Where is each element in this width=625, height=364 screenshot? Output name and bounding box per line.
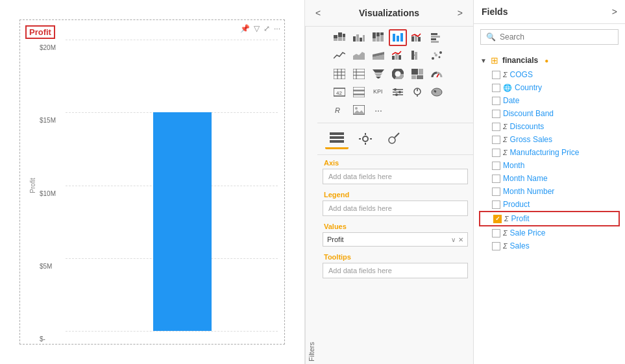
checkbox-profit[interactable]: ✓ [493,215,502,223]
svg-rect-78 [330,140,344,143]
field-name-country: Country [515,83,542,92]
gauge-icon[interactable] [428,66,446,82]
checkbox-month[interactable] [492,162,500,170]
funnel-icon[interactable] [369,66,387,82]
multirow-card-icon[interactable] [350,84,368,101]
tooltips-placeholder: Add data fields here [328,267,392,274]
field-name-cogs: COGS [510,70,533,79]
area-chart-icon[interactable] [350,47,368,64]
pin-icon[interactable]: 📌 [240,24,250,33]
checkmark-icon: ✓ [495,215,500,222]
axis-field-box[interactable]: Add data fields here [323,169,468,184]
clustered-bar-h-icon[interactable] [428,29,446,46]
table-icon[interactable] [330,66,349,82]
more-visuals-icon[interactable]: ··· [369,102,387,119]
kpi-icon[interactable]: KPI [369,84,387,101]
checkbox-sales[interactable] [492,242,500,250]
checkbox-gross-sales[interactable] [492,136,500,144]
filter-icon[interactable]: ▽ [254,24,260,33]
chevron-down-icon[interactable]: ∨ [451,236,456,243]
field-item-cogs[interactable]: Σ COGS [479,68,620,81]
clustered-bar-icon[interactable] [350,29,368,46]
viz-nav-next[interactable]: > [455,6,465,19]
legend-field-box[interactable]: Add data fields here [323,200,468,216]
tooltips-label: Tooltips [323,249,468,263]
search-input[interactable] [500,32,613,42]
field-item-manufacturing-price[interactable]: Σ Manufacturing Price [479,146,620,159]
field-item-country[interactable]: 🌐 Country [479,81,620,94]
fields-search-box[interactable]: 🔍 [480,29,619,45]
checkbox-discounts[interactable] [492,123,500,131]
checkbox-date[interactable] [492,97,500,105]
svg-rect-1 [334,38,337,41]
svg-rect-39 [334,69,345,79]
scatter-icon[interactable] [428,47,446,64]
checkbox-discount-band[interactable] [492,110,500,118]
map-icon[interactable] [408,84,426,101]
checkbox-cogs[interactable] [492,71,500,79]
image-icon[interactable] [350,102,368,119]
field-item-gross-sales[interactable]: Σ Gross Sales [479,133,620,146]
matrix-icon[interactable] [350,66,368,82]
field-item-month[interactable]: Month [479,159,620,172]
viz-format-tab[interactable] [354,128,377,149]
values-label: Values [323,219,468,232]
field-item-sales[interactable]: Σ Sales [479,239,620,252]
viz-nav-prev[interactable]: < [313,6,323,19]
sigma-manufacturing-icon: Σ [503,149,508,156]
field-item-date[interactable]: Date [479,94,620,107]
field-item-profit[interactable]: ✓ Σ Profit [479,211,620,226]
svg-rect-77 [330,136,344,139]
checkbox-country[interactable] [492,84,500,92]
viz-analytics-tab[interactable] [382,128,406,149]
field-item-sale-price[interactable]: Σ Sale Price [479,226,620,239]
svg-rect-3 [338,37,342,41]
line-bar-icon[interactable] [408,29,426,46]
line-chart-icon[interactable] [330,47,349,64]
checkbox-product[interactable] [492,200,500,209]
legend-placeholder: Add data fields here [328,204,392,212]
svg-point-69 [395,93,398,96]
more-icon[interactable]: ··· [274,24,280,33]
field-item-month-number[interactable]: Month Number [479,185,620,198]
stacked-bar-icon[interactable] [330,29,349,46]
slicer-icon[interactable] [389,84,407,101]
tooltips-field-box[interactable]: Add data fields here [323,263,468,278]
sigma-gross-sales-icon: Σ [503,136,508,143]
svg-rect-23 [431,36,440,38]
financials-table-header[interactable]: ▼ ⊞ financials ● [479,53,620,68]
checkbox-sale-price[interactable] [492,229,500,237]
svg-rect-25 [431,41,439,43]
field-item-discount-band[interactable]: Discount Band [479,107,620,120]
ribbon-icon[interactable] [408,47,426,64]
svg-rect-9 [363,35,365,42]
filled-map-icon[interactable] [428,84,446,101]
viz-header: < Visualizations > [305,0,473,27]
field-item-product[interactable]: Product [479,198,620,211]
svg-rect-61 [353,91,365,94]
checkbox-manufacturing-price[interactable] [492,149,500,157]
field-item-discounts[interactable]: Σ Discounts [479,120,620,133]
checkbox-month-number[interactable] [492,188,500,196]
svg-text:R: R [335,106,340,114]
field-item-month-name[interactable]: Month Name [479,172,620,185]
svg-point-35 [435,54,437,56]
combo-icon[interactable] [389,47,407,64]
treemap-icon[interactable] [408,66,426,82]
remove-field-icon[interactable]: ✕ [458,236,463,243]
fields-panel-title: Fields [482,6,508,17]
card-icon[interactable]: 42 [330,84,349,101]
100stacked-bar-icon[interactable] [369,29,387,46]
bar-chart-icon[interactable] [389,29,407,46]
values-field-row[interactable]: Profit ∨ ✕ [323,232,468,247]
donut-icon[interactable] [389,66,407,82]
r-visual-icon[interactable]: R [330,102,349,119]
svg-rect-19 [411,36,414,42]
fields-nav-next[interactable]: > [612,6,617,17]
checkbox-month-name[interactable] [492,175,500,183]
stacked-area-icon[interactable] [369,47,387,64]
svg-rect-32 [411,51,414,60]
expand-icon[interactable]: ⤢ [263,24,270,33]
legend-group: Legend Add data fields here [323,187,468,216]
viz-fields-tab[interactable] [325,128,349,149]
